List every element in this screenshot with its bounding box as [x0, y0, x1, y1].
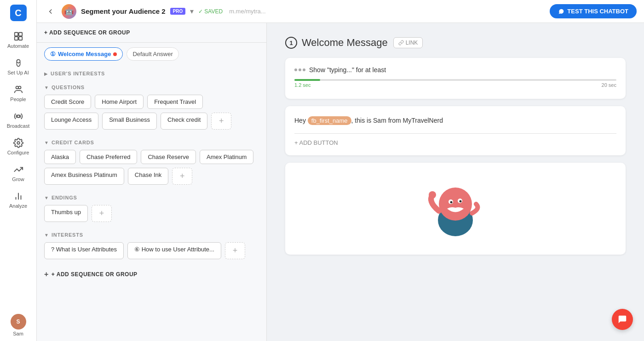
- tag-alaska[interactable]: Alaska: [44, 150, 76, 164]
- sidebar-item-setup-ai[interactable]: Set Up AI: [2, 54, 34, 79]
- sidebar-item-people[interactable]: People: [2, 81, 34, 106]
- app-logo[interactable]: C: [10, 5, 27, 21]
- tag-what-is-user-attr[interactable]: ? What is User Attributes: [44, 242, 124, 259]
- svg-rect-1: [18, 33, 22, 36]
- svg-point-19: [460, 200, 462, 202]
- fb-first-name-variable[interactable]: fb_first_name: [308, 116, 351, 125]
- tag-amex-business[interactable]: Amex Business Platinum: [44, 168, 124, 185]
- add-question-button[interactable]: +: [211, 113, 231, 130]
- message-text-after: , this is Sam from MyTravelNerd: [351, 117, 443, 124]
- link-badge[interactable]: LINK: [393, 37, 423, 48]
- content-area: + ADD SEQUENCE OR GROUP ① Welcome Messag…: [37, 23, 644, 341]
- endings-tags: Thumbs up +: [37, 203, 266, 227]
- add-sequence-bottom[interactable]: + + ADD SEQUENCE OR GROUP: [37, 264, 266, 285]
- typing-progress: 1.2 sec 20 sec: [294, 79, 616, 88]
- progress-max: 20 sec: [602, 82, 616, 88]
- section-questions[interactable]: ▼ QUESTIONS: [37, 79, 266, 93]
- svg-rect-3: [18, 37, 22, 40]
- section-interests-label: INTERESTS: [52, 232, 83, 238]
- configure-label: Configure: [7, 150, 29, 155]
- add-ending-button[interactable]: +: [92, 205, 112, 222]
- check-icon: ✓: [198, 8, 203, 15]
- typing-dots-icon: [294, 68, 305, 71]
- message-title: 1 Welcome Message: [285, 37, 388, 49]
- sidebar-item-grow[interactable]: Grow: [2, 161, 34, 186]
- section-users-interests[interactable]: ▶ USER'S INTERESTS: [37, 65, 266, 79]
- header: 🤖 Segment your Audience 2 PRO ▾ ✓ SAVED …: [37, 0, 644, 23]
- progress-current: 1.2 sec: [294, 82, 310, 88]
- add-sequence-top-label: + ADD SEQUENCE OR GROUP: [44, 29, 130, 36]
- analyze-label: Analyze: [9, 203, 27, 209]
- tab-welcome-icon: ①: [50, 51, 56, 57]
- tag-small-business[interactable]: Small Business: [102, 113, 157, 130]
- sidebar-item-analyze[interactable]: Analyze: [2, 188, 34, 212]
- saved-status: ✓ SAVED: [198, 8, 223, 15]
- chevron-down-icon[interactable]: ▾: [190, 7, 194, 16]
- add-credit-card-button[interactable]: +: [172, 168, 192, 185]
- section-endings-label: ENDINGS: [52, 195, 77, 200]
- tag-thumbs-up[interactable]: Thumbs up: [44, 205, 88, 222]
- avatar[interactable]: S: [11, 314, 26, 330]
- message-title-text: Welcome Message: [302, 37, 388, 49]
- test-chatbot-button[interactable]: TEST THIS CHATBOT: [550, 4, 637, 18]
- sidebar-item-broadcast[interactable]: Broadcast: [2, 108, 34, 132]
- svg-line-5: [16, 62, 17, 63]
- interests-tags: ? What is User Attributes ⑥ How to use U…: [37, 240, 266, 264]
- people-label: People: [10, 97, 26, 102]
- back-button[interactable]: [44, 5, 57, 18]
- mascot-illustration: [419, 172, 492, 245]
- tab-welcome[interactable]: ① Welcome Message: [44, 47, 123, 61]
- main-container: 🤖 Segment your Audience 2 PRO ▾ ✓ SAVED …: [37, 0, 644, 341]
- tag-chase-preferred[interactable]: Chase Preferred: [80, 150, 137, 164]
- setup-ai-label: Set Up AI: [7, 70, 29, 75]
- section-users-interests-label: USER'S INTERESTS: [51, 71, 105, 76]
- tabs-row: ① Welcome Message Default Answer: [37, 43, 266, 65]
- section-credit-cards[interactable]: ▼ CREDIT CARDS: [37, 134, 266, 148]
- tab-default-label: Default Answer: [132, 51, 172, 57]
- bot-avatar: 🤖: [62, 4, 76, 19]
- typing-card: Show "typing..." for at least 1.2 sec 20…: [285, 58, 626, 99]
- chat-fab-button[interactable]: [612, 309, 633, 330]
- right-panel: 1 Welcome Message LINK: [267, 23, 644, 341]
- avatar-label: Sam: [13, 331, 23, 336]
- tag-frequent-travel[interactable]: Frequent Travel: [147, 95, 203, 109]
- sidebar-bottom: S Sam: [11, 314, 26, 336]
- section-credit-cards-chevron: ▼: [44, 140, 49, 145]
- section-chevron-icon: ▶: [44, 71, 48, 76]
- svg-point-18: [450, 201, 453, 203]
- message-header: 1 Welcome Message LINK: [285, 37, 626, 49]
- tag-chase-reserve[interactable]: Chase Reserve: [141, 150, 196, 164]
- add-button-label: + ADD BUTTON: [294, 139, 338, 146]
- header-url: m.me/mytra...: [229, 8, 265, 15]
- add-sequence-top[interactable]: + ADD SEQUENCE OR GROUP: [37, 23, 266, 43]
- svg-point-20: [429, 191, 436, 199]
- svg-point-8: [18, 86, 21, 89]
- progress-bar-fill: [294, 79, 320, 81]
- tag-home-airport[interactable]: Home Airport: [95, 95, 144, 109]
- tag-credit-score[interactable]: Credit Score: [44, 95, 91, 109]
- tag-how-to-use-attr[interactable]: ⑥ How to use User Attribute...: [127, 242, 221, 259]
- progress-bar-bg[interactable]: [294, 79, 616, 81]
- tab-default[interactable]: Default Answer: [126, 47, 178, 61]
- tag-amex-platinum[interactable]: Amex Platinum: [200, 150, 253, 164]
- test-button-label: TEST THIS CHATBOT: [567, 8, 628, 15]
- add-interest-button[interactable]: +: [225, 242, 245, 259]
- questions-tags: Credit Score Home Airport Frequent Trave…: [37, 93, 266, 134]
- broadcast-label: Broadcast: [7, 123, 30, 129]
- typing-label: Show "typing..." for at least: [309, 66, 386, 74]
- message-text-before: Hey: [294, 117, 308, 124]
- credit-cards-tags: Alaska Chase Preferred Chase Reserve Ame…: [37, 148, 266, 189]
- add-button-row[interactable]: + ADD BUTTON: [294, 133, 616, 146]
- section-interests[interactable]: ▼ INTERESTS: [37, 227, 266, 240]
- message-text: Hey fb_first_name, this is Sam from MyTr…: [294, 115, 616, 126]
- svg-point-10: [17, 142, 20, 144]
- sidebar-item-automate[interactable]: Automate: [2, 28, 34, 52]
- sidebar-item-configure[interactable]: Configure: [2, 134, 34, 159]
- section-endings[interactable]: ▼ ENDINGS: [37, 189, 266, 203]
- mascot-image-card: [285, 163, 626, 255]
- svg-rect-2: [14, 37, 17, 40]
- tag-lounge-access[interactable]: Lounge Access: [44, 113, 98, 130]
- tag-check-credit[interactable]: Check credit: [161, 113, 207, 130]
- section-questions-label: QUESTIONS: [52, 85, 85, 90]
- tag-chase-ink[interactable]: Chase Ink: [128, 168, 169, 185]
